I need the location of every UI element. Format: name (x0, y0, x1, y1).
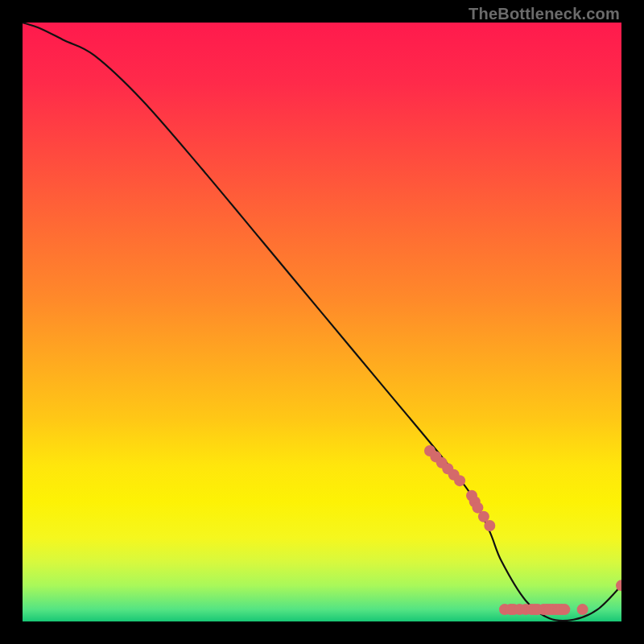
curve-marker (559, 604, 570, 615)
curve-marker (577, 604, 588, 615)
curve-marker (484, 520, 495, 531)
attribution-label: TheBottleneck.com (469, 5, 620, 23)
curve-markers (424, 445, 621, 615)
curve-layer (23, 23, 621, 621)
chart-container: TheBottleneck.com (0, 0, 644, 644)
curve-marker (454, 475, 465, 486)
plot-area (23, 23, 621, 621)
bottleneck-curve (23, 23, 621, 621)
